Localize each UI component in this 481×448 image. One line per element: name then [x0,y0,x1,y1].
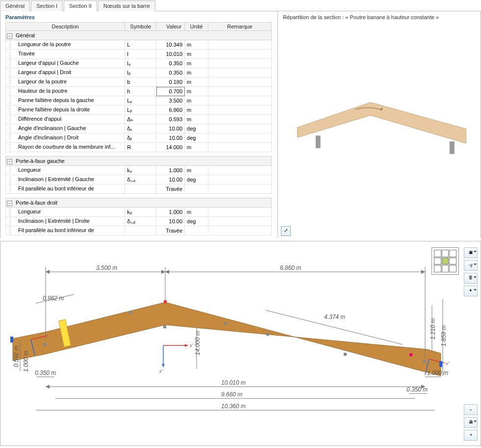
param-value[interactable]: Travée [156,226,185,236]
svg-text:10.010 m: 10.010 m [221,379,246,386]
svg-text:0.350 m: 0.350 m [406,386,428,393]
param-value[interactable]: 14.000 [156,143,185,152]
param-row[interactable]: Hauteur de la poutreh0.700m [6,87,272,96]
param-desc: Fil parallèle au bord inférieur de [18,185,94,191]
param-row[interactable]: Angle d'inclinaison | Droitδᵦ10.00deg [6,133,272,143]
print-icon[interactable]: 🖶 [464,417,478,428]
preview-title: Répartition de la section : « Poutre ban… [283,14,476,20]
svg-text:1.000 m: 1.000 m [427,369,448,376]
param-desc: Panne faîtière depuis la droite [18,106,90,112]
param-symbol: δᵦ [125,133,156,143]
param-value[interactable]: 1.000 [156,166,185,175]
drawing-canvas[interactable]: ▣-y≣✦ ⌣🖶⌖ [0,241,481,446]
param-row[interactable]: Longueur de la poutreL10.349m [6,40,272,50]
param-row[interactable]: Différence d'appuiΔₕ0.593m [6,115,272,124]
param-unit: deg [185,124,208,133]
preview-area[interactable] [283,22,476,213]
param-desc: Rayon de courbure de la membrure inf... [18,144,115,150]
param-value[interactable]: 10.00 [156,133,185,143]
tab-nodes[interactable]: Nœuds sur la barre [98,0,155,11]
view-3d-icon[interactable]: ▣ [464,247,478,258]
snap-icon[interactable]: ⌖ [464,430,478,441]
param-value[interactable]: 10.349 [156,40,185,50]
param-unit: m [185,143,208,152]
param-value[interactable]: 1.000 [156,208,185,217]
param-value[interactable]: 0.593 [156,115,185,124]
svg-rect-3 [450,141,455,154]
param-desc: Largeur d'appui | Droit [18,69,71,75]
svg-text:0.350 m: 0.350 m [35,369,56,376]
preview-panel: Répartition de la section : « Poutre ban… [278,11,481,238]
svg-rect-66 [439,361,442,367]
param-row[interactable]: Panne faîtière depuis la gaucheLₐ3.500m [6,96,272,105]
parameters-grid[interactable]: Description Symbole Valeur Unité Remarqu… [5,22,272,238]
param-row[interactable]: Largeur d'appui | Droitlᵦ0.350m [6,68,272,78]
param-row[interactable]: Fil parallèle au bord inférieur deTravée [6,184,272,194]
param-row[interactable]: Travéel10.010m [6,50,272,59]
col-remark[interactable]: Remarque [208,23,271,31]
param-symbol: b [125,78,156,87]
param-row[interactable]: Largeur de la poutreb0.180m [6,78,272,87]
param-value[interactable]: 0.350 [156,68,185,78]
param-row[interactable]: Rayon de courbure de la membrure inf...R… [6,143,272,152]
group-row[interactable]: − Général [6,31,272,40]
param-value[interactable]: 10.00 [156,124,185,133]
param-value[interactable]: 6.860 [156,105,185,115]
parameters-title: Paramètres [0,11,278,22]
param-desc: Inclinaison | Extrémité | Gauche [18,176,94,182]
param-desc: Hauteur de la poutre [18,88,67,94]
param-symbol: δₛ,ₐ [125,175,156,184]
param-value[interactable]: Travée [156,184,185,194]
param-row[interactable]: Panne faîtière depuis la droiteLᵦ6.860m [6,105,272,115]
param-unit: m [185,115,208,124]
param-value[interactable]: 10.010 [156,50,185,59]
param-row[interactable]: Largeur d'appui | Gauchelₐ0.350m [6,59,272,68]
group-title: Porte-à-faux gauche [16,158,65,164]
collapse-icon[interactable]: − [7,33,12,39]
col-value[interactable]: Valeur [156,23,185,31]
param-desc: Largeur d'appui | Gauche [18,60,79,66]
svg-rect-11 [344,353,347,356]
param-row[interactable]: Angle d'inclinaison | Gaucheδₐ10.00deg [6,124,272,133]
param-value[interactable]: 3.500 [156,96,185,105]
axes-icon[interactable]: ✦ [464,286,478,296]
param-value[interactable]: 0.700 [156,87,185,96]
curve-icon[interactable]: ⌣ [464,404,478,415]
param-row[interactable]: Inclinaison | Extrémité | Gaucheδₛ,ₐ10.0… [6,175,272,184]
col-unit[interactable]: Unité [185,23,208,31]
param-unit: deg [185,175,208,184]
axis-y-icon[interactable]: -y [464,260,478,271]
param-symbol: δₐ [125,124,156,133]
group-row[interactable]: − Porte-à-faux droit [6,198,272,208]
param-row[interactable]: Longueurkᵦ1.000m [6,208,272,217]
param-symbol [125,184,156,194]
group-row[interactable]: − Porte-à-faux gauche [6,157,272,166]
col-symbol[interactable]: Symbole [125,23,156,31]
collapse-icon[interactable]: − [7,201,12,206]
param-symbol: kₐ [125,166,156,175]
svg-marker-19 [46,270,50,274]
tab-general[interactable]: Général [0,0,30,11]
param-row[interactable]: Inclinaison | Extrémité | Droiteδₛ,ᵦ10.0… [6,217,272,226]
param-value[interactable]: 10.00 [156,175,185,184]
param-value[interactable]: 10.00 [156,217,185,226]
param-row[interactable]: Longueurkₐ1.000m [6,166,272,175]
param-row[interactable]: Fil parallèle au bord inférieur deTravée [6,226,272,236]
collapse-icon[interactable]: − [7,159,12,164]
param-desc: Angle d'inclinaison | Droit [18,134,78,140]
param-value[interactable]: 0.350 [156,59,185,68]
tab-section1[interactable]: Section I [31,0,63,11]
svg-text:1.210 m: 1.210 m [430,318,436,340]
param-unit: m [185,68,208,78]
param-unit: m [185,96,208,105]
svg-text:z': z' [159,368,163,374]
view-minimap[interactable] [431,247,459,275]
param-remark [208,226,271,236]
preview-expand-button[interactable]: ⤢ [281,226,291,236]
layers-icon[interactable]: ≣ [464,273,478,284]
svg-marker-35 [162,364,165,367]
param-remark [208,105,271,115]
param-value[interactable]: 0.180 [156,78,185,87]
col-description[interactable]: Description [6,23,125,31]
tab-section2[interactable]: Section II [64,0,97,11]
